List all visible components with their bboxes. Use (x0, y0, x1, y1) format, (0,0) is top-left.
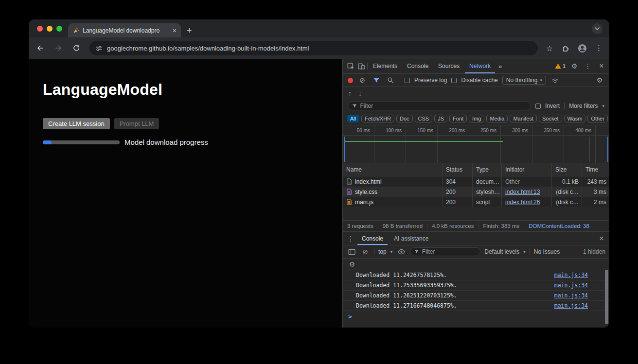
profile-avatar[interactable] (578, 44, 587, 53)
close-window-button[interactable] (37, 26, 43, 32)
bookmark-star-icon[interactable]: ☆ (546, 44, 553, 53)
column-name[interactable]: Name (343, 163, 443, 176)
drawer-tab-ai-assistance[interactable]: AI assistance (390, 232, 433, 245)
console-message[interactable]: Downloaded 11.26251220703125%. main.js:3… (343, 291, 609, 301)
chip-other[interactable]: Other (587, 115, 608, 122)
chip-media[interactable]: Media (486, 115, 508, 122)
chip-all[interactable]: All (347, 115, 359, 122)
chevron-down-icon: ▾ (540, 78, 542, 83)
live-expression-eye-icon[interactable] (396, 247, 406, 257)
chip-socket[interactable]: Socket (539, 115, 562, 122)
network-overview[interactable] (343, 136, 609, 163)
devtools-tab-console[interactable]: Console (403, 59, 433, 73)
forward-icon[interactable] (53, 43, 63, 53)
console-settings-gear-icon[interactable]: ⚙ (347, 260, 357, 269)
drawer-close-icon[interactable]: × (597, 234, 606, 243)
chip-manifest[interactable]: Manifest (510, 115, 537, 122)
chip-doc[interactable]: Doc (396, 115, 413, 122)
issues-counter[interactable]: No Issues (534, 248, 560, 255)
chip-css[interactable]: CSS (415, 115, 433, 122)
chip-js[interactable]: JS (434, 115, 447, 122)
log-levels-select[interactable]: Default levels (484, 248, 519, 255)
throttling-select[interactable]: No throttling ▾ (502, 76, 546, 85)
message-text: Downloaded 11.24267578125%. (356, 272, 447, 278)
console-scrollbar[interactable] (605, 270, 608, 324)
devtools-close-icon[interactable]: × (597, 61, 606, 71)
request-name: style.css (355, 189, 377, 195)
export-har-icon[interactable]: ↓ (358, 89, 362, 97)
console-prompt[interactable]: > (343, 311, 609, 322)
request-type-chips: All Fetch/XHR Doc CSS JS Font Img Media … (343, 112, 609, 125)
drawer-menu-icon[interactable]: ⋮ (346, 234, 355, 243)
extensions-puzzle-icon[interactable] (561, 44, 569, 52)
record-network-log-icon[interactable] (348, 78, 353, 83)
console-filter-input[interactable] (422, 248, 476, 255)
message-source-link[interactable]: main.js:34 (554, 282, 588, 289)
message-source-link[interactable]: main.js:34 (554, 302, 588, 309)
initiator-link[interactable]: index.html:26 (505, 199, 540, 206)
drawer-tab-console[interactable]: Console (357, 232, 388, 245)
devtools-tabbar: Elements Console Sources Network » 1 ⚙ ⋮… (343, 59, 609, 74)
devtools-tab-network[interactable]: Network (465, 59, 495, 73)
site-settings-icon[interactable] (95, 45, 103, 52)
devtools-tab-elements[interactable]: Elements (369, 59, 402, 73)
back-icon[interactable] (35, 43, 45, 53)
clear-console-icon[interactable]: ⊘ (360, 247, 370, 257)
table-row[interactable]: index.html 304 docum… Other 0.1 kB 243 m… (343, 176, 609, 187)
execution-context-select[interactable]: top (378, 248, 387, 255)
column-size[interactable]: Size (552, 163, 582, 176)
tab-search-button[interactable] (592, 23, 603, 34)
invert-checkbox[interactable] (535, 104, 541, 109)
clear-network-log-icon[interactable]: ⊘ (357, 75, 367, 85)
create-llm-session-button[interactable]: Create LLM session (43, 118, 110, 129)
table-row[interactable]: main.js 200 script index.html:26 (disk c… (343, 197, 609, 207)
tab-close-icon[interactable]: × (173, 27, 177, 34)
tick-50ms: 50 ms (343, 125, 374, 135)
disable-cache-checkbox[interactable] (451, 78, 457, 83)
console-sidebar-icon[interactable] (347, 247, 356, 257)
chip-img[interactable]: Img (469, 115, 484, 122)
filter-toggle-icon[interactable] (372, 75, 381, 85)
message-source-link[interactable]: main.js:34 (554, 292, 588, 299)
reload-icon[interactable] (71, 43, 81, 53)
minimize-window-button[interactable] (47, 26, 53, 32)
console-filter-box[interactable] (410, 247, 480, 256)
search-icon[interactable] (386, 75, 395, 85)
inspect-element-icon[interactable] (346, 61, 355, 71)
column-time[interactable]: Time (582, 163, 609, 176)
import-har-icon[interactable]: ↑ (348, 89, 352, 97)
prompt-llm-button[interactable]: Prompt LLM (114, 118, 160, 129)
message-source-link[interactable]: main.js:34 (554, 272, 588, 278)
chip-font[interactable]: Font (449, 115, 467, 122)
divider (400, 77, 400, 84)
table-row[interactable]: style.css 200 stylesh… index.html:13 (di… (343, 187, 609, 197)
console-message[interactable]: Downloaded 11.25335693359375%. main.js:3… (343, 280, 609, 291)
initiator-link[interactable]: index.html:13 (505, 189, 540, 195)
column-initiator[interactable]: Initiator (502, 163, 552, 176)
devtools-tab-sources[interactable]: Sources (434, 59, 464, 73)
chip-wasm[interactable]: Wasm (564, 115, 586, 122)
network-settings-gear-icon[interactable]: ⚙ (595, 75, 604, 85)
column-type[interactable]: Type (473, 163, 502, 176)
chip-fetch-xhr[interactable]: Fetch/XHR (361, 115, 394, 122)
browser-tab[interactable]: LanguageModel downloadpro × (68, 23, 181, 37)
new-tab-button[interactable]: + (187, 26, 192, 35)
address-bar[interactable]: googlechrome.github.io/samples/downloadi… (89, 41, 538, 55)
preserve-log-checkbox[interactable] (405, 78, 410, 83)
devtools-settings-gear-icon[interactable]: ⚙ (569, 61, 579, 71)
browser-menu-icon[interactable]: ⋮ (595, 44, 603, 52)
more-filters-button[interactable]: More filters (569, 103, 598, 109)
console-message[interactable]: Downloaded 11.24267578125%. main.js:34 (343, 270, 609, 280)
chevron-down-icon: ▾ (602, 104, 604, 108)
console-message[interactable]: Downloaded 11.27166748046875%. main.js:3… (343, 301, 609, 311)
hidden-messages-count[interactable]: 1 hidden (583, 248, 605, 255)
network-conditions-icon[interactable] (550, 75, 560, 85)
network-filter-input[interactable] (360, 103, 527, 109)
devtools-menu-icon[interactable]: ⋮ (583, 61, 593, 71)
warning-badge[interactable]: 1 (555, 63, 566, 69)
more-panels-icon[interactable]: » (496, 59, 504, 73)
network-filter-box[interactable] (348, 102, 531, 110)
device-toolbar-icon[interactable] (356, 61, 366, 71)
maximize-window-button[interactable] (56, 26, 62, 32)
column-status[interactable]: Status (443, 163, 473, 176)
